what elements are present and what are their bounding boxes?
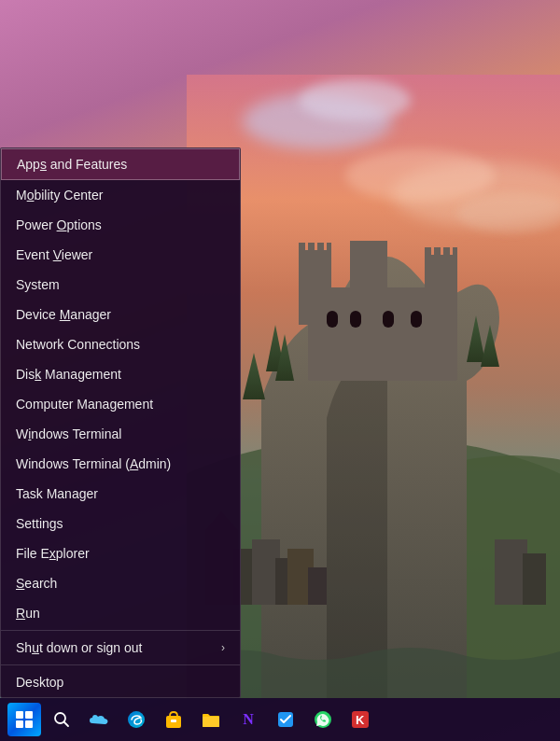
svg-rect-25 (523, 553, 546, 605)
svg-rect-11 (434, 247, 441, 259)
svg-rect-33 (171, 720, 176, 722)
svg-rect-17 (411, 311, 422, 328)
search-icon (53, 711, 70, 728)
svg-rect-5 (350, 241, 387, 306)
menu-item-event-viewer[interactable]: Event Viewer (1, 240, 240, 270)
svg-rect-15 (350, 311, 361, 328)
menu-item-mobility-center[interactable]: Mobility Center (1, 180, 240, 210)
menu-item-windows-terminal[interactable]: Windows Terminal (1, 419, 240, 449)
onenote-label: N (243, 711, 254, 728)
svg-rect-16 (383, 311, 394, 328)
svg-rect-10 (425, 247, 431, 259)
svg-text:K: K (356, 713, 365, 727)
menu-divider (1, 630, 240, 631)
menu-item-desktop[interactable]: Desktop (1, 667, 240, 697)
onedrive-icon (89, 712, 109, 727)
menu-item-disk-management[interactable]: Disk Management (1, 359, 240, 389)
menu-item-device-manager[interactable]: Device Manager (1, 300, 240, 329)
taskbar-search-button[interactable] (45, 703, 78, 736)
svg-line-30 (64, 722, 69, 727)
menu-item-windows-terminal-admin[interactable]: Windows Terminal (Admin) (1, 449, 240, 479)
taskbar-explorer-button[interactable] (194, 703, 228, 736)
svg-rect-23 (308, 567, 327, 605)
menu-item-settings[interactable]: Settings (1, 509, 240, 538)
edge-icon (127, 710, 146, 729)
svg-rect-12 (443, 247, 450, 259)
desktop-wallpaper (187, 75, 560, 698)
svg-rect-7 (308, 243, 315, 254)
menu-item-shutdown[interactable]: Shut down or sign out › (1, 633, 240, 663)
svg-rect-24 (495, 539, 527, 605)
taskbar-edge-button[interactable] (119, 703, 153, 736)
extra-app-icon: K (351, 710, 370, 729)
start-button[interactable] (7, 703, 41, 736)
menu-item-network-connections[interactable]: Network Connections (1, 329, 240, 359)
menu-item-apps-features[interactable]: Apps and Features (1, 148, 240, 180)
menu-divider-2 (1, 664, 240, 665)
todo-icon (277, 711, 294, 728)
taskbar-onenote-button[interactable]: N (231, 703, 265, 736)
menu-item-label: Apps and Features (17, 157, 127, 172)
menu-item-computer-management[interactable]: Computer Management (1, 389, 240, 419)
windows-logo-icon (16, 711, 33, 728)
svg-rect-14 (327, 311, 338, 328)
menu-item-file-explorer[interactable]: File Explorer (1, 538, 240, 568)
menu-item-power-options[interactable]: Power Options (1, 210, 240, 240)
svg-rect-8 (317, 243, 324, 254)
taskbar-onedrive-button[interactable] (82, 703, 116, 736)
menu-item-run[interactable]: Run (1, 598, 240, 628)
taskbar: N K (0, 698, 560, 741)
context-menu: Apps and Features Mobility Center Power … (0, 147, 241, 698)
taskbar-extra-button[interactable]: K (343, 703, 377, 736)
whatsapp-icon (314, 710, 332, 729)
svg-rect-4 (425, 255, 457, 325)
svg-rect-9 (327, 243, 331, 254)
menu-item-task-manager[interactable]: Task Manager (1, 479, 240, 509)
menu-item-system[interactable]: System (1, 270, 240, 300)
svg-rect-13 (453, 247, 457, 259)
submenu-arrow-icon: › (221, 641, 225, 654)
taskbar-store-button[interactable] (157, 703, 190, 736)
svg-rect-6 (299, 243, 305, 254)
taskbar-whatsapp-button[interactable] (306, 703, 340, 736)
svg-point-27 (345, 149, 495, 202)
folder-icon (202, 711, 220, 728)
svg-rect-3 (299, 250, 331, 325)
taskbar-todo-button[interactable] (269, 703, 302, 736)
menu-item-search[interactable]: Search (1, 568, 240, 598)
store-icon (165, 710, 182, 729)
